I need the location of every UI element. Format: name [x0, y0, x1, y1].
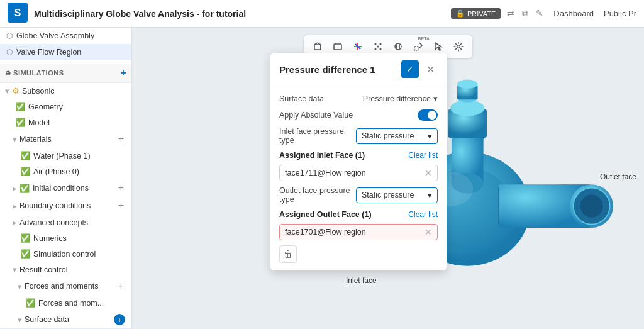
sidebar-item-air[interactable]: ✅ Air (Phase 0)	[0, 164, 131, 179]
collapse-icon: ▾	[13, 135, 17, 144]
sidebar-item-water[interactable]: ✅ Water (Phase 1)	[0, 148, 131, 164]
sidebar-item-label: Valve Flow Region	[16, 48, 81, 57]
outlet-pressure-row: Outlet face pressure type Static pressur…	[279, 186, 438, 204]
sidebar-item-forces-mom[interactable]: ✅ Forces and mom...	[0, 295, 131, 311]
sidebar-item-label: Materials	[19, 135, 52, 143]
remove-outlet-tag-button[interactable]: ✕	[425, 227, 432, 237]
lock-icon: 🔒	[456, 9, 465, 18]
svg-rect-3	[334, 44, 341, 50]
check-icon: ✅	[20, 167, 30, 176]
sidebar-item-simulation-control[interactable]: ✅ Simulation control	[0, 246, 131, 262]
settings-button[interactable]	[450, 38, 467, 55]
chevron-down-icon: ▾	[428, 131, 432, 141]
svg-point-27	[580, 194, 603, 217]
expand-icon: ▸	[13, 201, 17, 211]
inlet-pressure-row: Inlet face pressure type Static pressure…	[279, 127, 438, 145]
sidebar-item-initial-conditions[interactable]: ▸ ✅ Initial conditions +	[0, 179, 131, 197]
clear-outlet-link[interactable]: Clear list	[408, 210, 438, 219]
sidebar-item-materials[interactable]: ▾ Materials +	[0, 130, 131, 148]
sidebar-item-label: Globe Valve Assembly	[16, 31, 94, 40]
sidebar-item-forces-moments[interactable]: ▾ Forces and moments +	[0, 277, 131, 295]
inlet-face-label: Inlet face	[346, 276, 377, 285]
sidebar-item-label: Surface data	[25, 315, 69, 324]
sidebar-item-result-control[interactable]: ▾ Result control	[0, 262, 131, 277]
subsonic-icon: ⚙	[12, 86, 19, 96]
app-logo: S	[8, 3, 28, 25]
svg-point-14	[395, 43, 401, 50]
sidebar-item-label: Advanced concepts	[19, 218, 88, 227]
pressure-difference-panel: Pressure difference 1 ✓ ✕ Surface data P…	[270, 53, 447, 270]
outlet-pressure-select[interactable]: Static pressure ▾	[356, 187, 438, 203]
svg-text:S: S	[14, 8, 21, 18]
svg-point-17	[457, 45, 460, 48]
apply-absolute-toggle[interactable]	[418, 109, 438, 121]
surface-data-value[interactable]: Pressure difference ▾	[363, 94, 438, 103]
inlet-pressure-select[interactable]: Static pressure ▾	[356, 128, 438, 144]
chevron-down-icon: ▾	[428, 191, 432, 200]
main-view: BETA	[132, 28, 644, 329]
simulations-label: ⊕ SIMULATIONS	[5, 69, 120, 77]
surface-data-add-button[interactable]: +	[114, 314, 125, 325]
inlet-pressure-label: Inlet face pressure type	[279, 127, 356, 145]
sidebar-item-advanced-concepts[interactable]: ▸ Advanced concepts	[0, 215, 131, 230]
sidebar-item-label: Geometry	[28, 103, 63, 111]
panel-title: Pressure difference 1	[279, 64, 401, 75]
sidebar-item-numerics[interactable]: ✅ Numerics	[0, 230, 131, 246]
nav-dashboard[interactable]: Dashboard	[553, 9, 594, 18]
outlet-face-label: Outlet face	[600, 172, 636, 181]
expand-icon: ▸	[13, 218, 17, 227]
panel-close-button[interactable]: ✕	[423, 62, 438, 77]
share-icon[interactable]: ⇄	[507, 8, 514, 19]
svg-point-12	[375, 48, 377, 50]
forces-add-button[interactable]: +	[117, 281, 125, 292]
svg-point-13	[380, 48, 382, 50]
inlet-face-tag: face1711@Flow region ✕	[279, 165, 438, 181]
svg-point-9	[375, 43, 377, 45]
sidebar-item-subsonic[interactable]: ▾ ⚙ Subsonic	[0, 83, 131, 99]
panel-confirm-button[interactable]: ✓	[401, 60, 419, 78]
check-icon: ✅	[19, 184, 30, 193]
sidebar-item-geometry[interactable]: ✅ Geometry	[0, 99, 131, 114]
simulations-header[interactable]: ⊕ SIMULATIONS +	[0, 64, 131, 83]
remove-inlet-tag-button[interactable]: ✕	[425, 168, 432, 178]
sidebar-item-valve-flow[interactable]: ⬡ Valve Flow Region	[0, 44, 131, 60]
collapse-icon: ▾	[13, 265, 17, 274]
nav-public[interactable]: Public Pr	[604, 9, 636, 18]
collapse-icon: ▾	[18, 315, 22, 325]
svg-point-10	[377, 46, 379, 48]
edit-icon[interactable]: ✎	[536, 8, 543, 19]
check-icon: ✅	[15, 102, 25, 111]
sidebar-item-surface-data[interactable]: ▾ Surface data +	[0, 311, 131, 328]
svg-rect-2	[314, 45, 321, 50]
collapse-icon: ▾	[5, 86, 9, 96]
sidebar-item-model[interactable]: ✅ Model	[0, 114, 131, 130]
copy-icon[interactable]: ⧉	[522, 8, 528, 19]
check-icon: ✅	[20, 151, 30, 160]
assigned-inlet-header: Assigned Inlet Face (1) Clear list	[279, 151, 438, 160]
boundary-add-button[interactable]: +	[117, 200, 125, 211]
expand-icon: ▸	[13, 184, 17, 193]
materials-add-button[interactable]: +	[117, 133, 125, 145]
sidebar-item-label: Boundary conditions	[19, 201, 91, 210]
initial-add-button[interactable]: +	[117, 182, 125, 194]
sidebar-item-label: Result control	[19, 265, 67, 274]
delete-button[interactable]: 🗑	[279, 245, 297, 263]
simulations-plus[interactable]: +	[120, 67, 126, 79]
private-badge: 🔒 PRIVATE	[451, 8, 501, 19]
assembly-icon: ⬡	[6, 31, 13, 40]
check-icon: ✅	[25, 298, 35, 308]
sidebar-item-globe-valve[interactable]: ⬡ Globe Valve Assembly	[0, 28, 131, 44]
assigned-outlet-header: Assigned Outlet Face (1) Clear list	[279, 210, 438, 219]
sidebar-item-label: Water (Phase 1)	[33, 152, 91, 160]
flow-icon: ⬡	[6, 48, 13, 57]
clear-inlet-link[interactable]: Clear list	[408, 151, 438, 160]
sidebar-item-label: Forces and moments	[25, 282, 98, 291]
sidebar-item-label: Initial conditions	[33, 184, 89, 192]
sidebar-item-label: Numerics	[33, 234, 67, 243]
sidebar-divider	[0, 62, 131, 62]
check-icon: ✅	[20, 249, 30, 259]
topbar: S Multidisciplinary Globe Valve Analysis…	[0, 0, 644, 28]
sidebar-item-boundary-conditions[interactable]: ▸ Boundary conditions +	[0, 197, 131, 215]
svg-point-15	[397, 43, 400, 50]
apply-absolute-row: Apply Absolute Value	[279, 109, 438, 121]
